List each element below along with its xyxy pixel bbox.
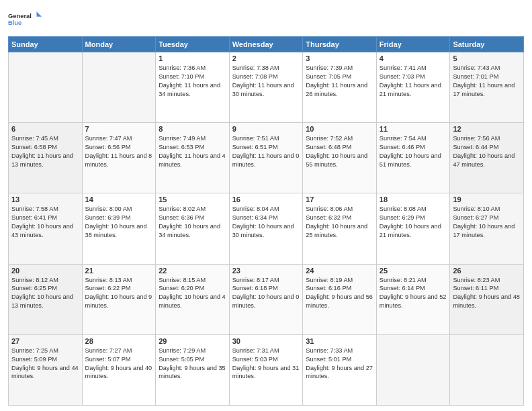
calendar-cell: 6Sunrise: 7:45 AMSunset: 6:58 PMDaylight…: [9, 123, 83, 193]
calendar-header-row: SundayMondayTuesdayWednesdayThursdayFrid…: [9, 37, 524, 52]
day-number: 19: [453, 195, 521, 203]
calendar-cell: 30Sunrise: 7:31 AMSunset: 5:03 PMDayligh…: [229, 334, 303, 405]
calendar-cell: 19Sunrise: 8:10 AMSunset: 6:27 PMDayligh…: [450, 193, 524, 264]
calendar-cell: 10Sunrise: 7:52 AMSunset: 6:48 PMDayligh…: [303, 123, 377, 193]
day-info: Sunrise: 7:33 AMSunset: 5:01 PMDaylight:…: [306, 347, 373, 381]
calendar-cell: 1Sunrise: 7:36 AMSunset: 7:10 PMDaylight…: [156, 52, 230, 123]
day-number: 2: [232, 54, 300, 62]
calendar-cell: 26Sunrise: 8:23 AMSunset: 6:11 PMDayligh…: [450, 264, 524, 334]
calendar-cell: 18Sunrise: 8:08 AMSunset: 6:29 PMDayligh…: [376, 193, 450, 264]
calendar-table: SundayMondayTuesdayWednesdayThursdayFrid…: [8, 36, 524, 406]
day-number: 31: [306, 337, 373, 345]
calendar-cell: 25Sunrise: 8:21 AMSunset: 6:14 PMDayligh…: [376, 264, 450, 334]
day-info: Sunrise: 8:23 AMSunset: 6:11 PMDaylight:…: [453, 276, 521, 311]
day-info: Sunrise: 7:27 AMSunset: 5:07 PMDaylight:…: [85, 347, 153, 381]
day-info: Sunrise: 7:25 AMSunset: 5:09 PMDaylight:…: [11, 347, 79, 381]
calendar-cell: 21Sunrise: 8:13 AMSunset: 6:22 PMDayligh…: [82, 264, 156, 334]
calendar-cell: [450, 334, 524, 405]
day-number: 8: [159, 125, 226, 133]
day-number: 12: [453, 125, 521, 133]
calendar-cell: 14Sunrise: 8:00 AMSunset: 6:39 PMDayligh…: [82, 193, 156, 264]
day-number: 4: [380, 54, 447, 62]
calendar-cell: 7Sunrise: 7:47 AMSunset: 6:56 PMDaylight…: [82, 123, 156, 193]
page-header: General Blue: [8, 7, 524, 32]
calendar-cell: 22Sunrise: 8:15 AMSunset: 6:20 PMDayligh…: [156, 264, 230, 334]
day-number: 26: [453, 267, 521, 275]
day-info: Sunrise: 7:41 AMSunset: 7:03 PMDaylight:…: [380, 64, 447, 99]
day-info: Sunrise: 7:31 AMSunset: 5:03 PMDaylight:…: [232, 347, 300, 381]
calendar-cell: 13Sunrise: 7:58 AMSunset: 6:41 PMDayligh…: [9, 193, 83, 264]
day-info: Sunrise: 7:36 AMSunset: 7:10 PMDaylight:…: [159, 64, 226, 99]
day-number: 28: [85, 337, 153, 345]
calendar-cell: 17Sunrise: 8:06 AMSunset: 6:32 PMDayligh…: [303, 193, 377, 264]
calendar-cell: 31Sunrise: 7:33 AMSunset: 5:01 PMDayligh…: [303, 334, 377, 405]
day-info: Sunrise: 8:00 AMSunset: 6:39 PMDaylight:…: [85, 205, 153, 240]
logo: General Blue: [8, 7, 42, 32]
calendar-cell: 20Sunrise: 8:12 AMSunset: 6:25 PMDayligh…: [9, 264, 83, 334]
day-info: Sunrise: 7:38 AMSunset: 7:08 PMDaylight:…: [232, 64, 300, 99]
day-number: 18: [380, 195, 447, 203]
day-info: Sunrise: 8:08 AMSunset: 6:29 PMDaylight:…: [380, 205, 447, 240]
logo-svg: General Blue: [8, 7, 42, 32]
weekday-header: Saturday: [450, 37, 524, 52]
day-number: 30: [232, 337, 300, 345]
calendar-cell: 28Sunrise: 7:27 AMSunset: 5:07 PMDayligh…: [82, 334, 156, 405]
day-number: 25: [380, 267, 447, 275]
calendar-cell: 11Sunrise: 7:54 AMSunset: 6:46 PMDayligh…: [376, 123, 450, 193]
day-number: 6: [11, 125, 79, 133]
day-number: 27: [11, 337, 79, 345]
day-info: Sunrise: 7:52 AMSunset: 6:48 PMDaylight:…: [306, 134, 373, 169]
day-info: Sunrise: 8:06 AMSunset: 6:32 PMDaylight:…: [306, 205, 373, 240]
day-number: 17: [306, 195, 373, 203]
day-info: Sunrise: 7:45 AMSunset: 6:58 PMDaylight:…: [11, 134, 79, 169]
day-number: 15: [159, 195, 226, 203]
calendar-cell: [376, 334, 450, 405]
day-number: 29: [159, 337, 226, 345]
weekday-header: Monday: [82, 37, 156, 52]
day-number: 21: [85, 267, 153, 275]
day-number: 11: [380, 125, 447, 133]
day-number: 13: [11, 195, 79, 203]
calendar-cell: 5Sunrise: 7:43 AMSunset: 7:01 PMDaylight…: [450, 52, 524, 123]
day-info: Sunrise: 7:29 AMSunset: 5:05 PMDaylight:…: [159, 347, 226, 381]
day-number: 20: [11, 267, 79, 275]
svg-marker-2: [37, 11, 42, 17]
calendar-cell: 4Sunrise: 7:41 AMSunset: 7:03 PMDaylight…: [376, 52, 450, 123]
weekday-header: Friday: [376, 37, 450, 52]
calendar-cell: 16Sunrise: 8:04 AMSunset: 6:34 PMDayligh…: [229, 193, 303, 264]
day-number: 10: [306, 125, 373, 133]
day-number: 7: [85, 125, 153, 133]
weekday-header: Sunday: [9, 37, 83, 52]
calendar-cell: 24Sunrise: 8:19 AMSunset: 6:16 PMDayligh…: [303, 264, 377, 334]
day-info: Sunrise: 7:58 AMSunset: 6:41 PMDaylight:…: [11, 205, 79, 240]
day-number: 23: [232, 267, 300, 275]
day-number: 16: [232, 195, 300, 203]
day-number: 9: [232, 125, 300, 133]
calendar-cell: 12Sunrise: 7:56 AMSunset: 6:44 PMDayligh…: [450, 123, 524, 193]
calendar-cell: 23Sunrise: 8:17 AMSunset: 6:18 PMDayligh…: [229, 264, 303, 334]
day-info: Sunrise: 8:04 AMSunset: 6:34 PMDaylight:…: [232, 205, 300, 240]
calendar-week-row: 6Sunrise: 7:45 AMSunset: 6:58 PMDaylight…: [9, 123, 524, 193]
calendar-cell: 9Sunrise: 7:51 AMSunset: 6:51 PMDaylight…: [229, 123, 303, 193]
day-info: Sunrise: 7:39 AMSunset: 7:05 PMDaylight:…: [306, 64, 373, 99]
calendar-cell: 3Sunrise: 7:39 AMSunset: 7:05 PMDaylight…: [303, 52, 377, 123]
day-number: 5: [453, 54, 521, 62]
day-number: 24: [306, 267, 373, 275]
day-info: Sunrise: 8:12 AMSunset: 6:25 PMDaylight:…: [11, 276, 79, 311]
calendar-cell: 27Sunrise: 7:25 AMSunset: 5:09 PMDayligh…: [9, 334, 83, 405]
calendar-cell: 2Sunrise: 7:38 AMSunset: 7:08 PMDaylight…: [229, 52, 303, 123]
calendar-cell: 15Sunrise: 8:02 AMSunset: 6:36 PMDayligh…: [156, 193, 230, 264]
svg-text:Blue: Blue: [8, 19, 21, 26]
day-info: Sunrise: 8:17 AMSunset: 6:18 PMDaylight:…: [232, 276, 300, 311]
day-info: Sunrise: 8:10 AMSunset: 6:27 PMDaylight:…: [453, 205, 521, 240]
day-info: Sunrise: 7:54 AMSunset: 6:46 PMDaylight:…: [380, 134, 447, 169]
day-info: Sunrise: 7:47 AMSunset: 6:56 PMDaylight:…: [85, 134, 153, 169]
weekday-header: Tuesday: [156, 37, 230, 52]
weekday-header: Thursday: [303, 37, 377, 52]
day-info: Sunrise: 7:51 AMSunset: 6:51 PMDaylight:…: [232, 134, 300, 169]
day-number: 3: [306, 54, 373, 62]
day-number: 14: [85, 195, 153, 203]
svg-text:General: General: [8, 13, 32, 19]
day-info: Sunrise: 8:15 AMSunset: 6:20 PMDaylight:…: [159, 276, 226, 311]
day-info: Sunrise: 8:21 AMSunset: 6:14 PMDaylight:…: [380, 276, 447, 311]
